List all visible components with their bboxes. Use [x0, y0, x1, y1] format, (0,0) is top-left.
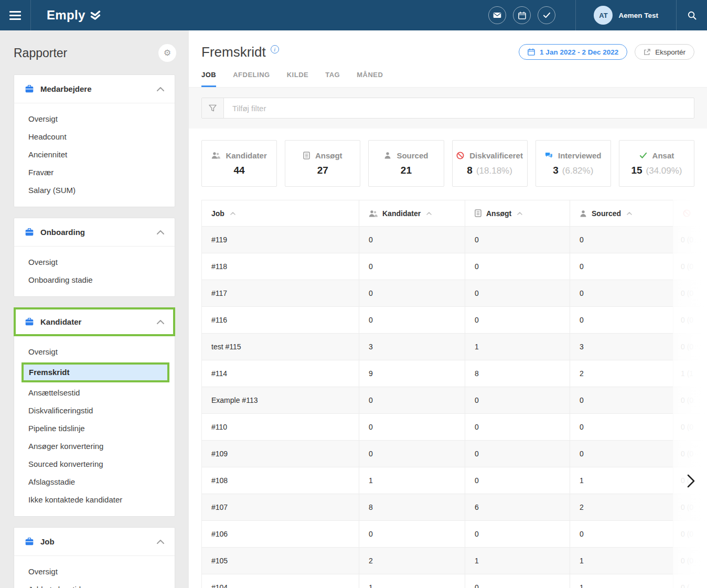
table-row-104[interactable]: #1041010 (	[202, 574, 707, 588]
sidebar-item-ansaettelsestid[interactable]: Ansættelsestid	[14, 384, 175, 402]
check-icon	[639, 152, 647, 159]
brand-name: Emply	[47, 8, 85, 23]
tab-afdeling[interactable]: AFDELING	[233, 71, 270, 87]
sidebar-item-salary-sum[interactable]: Salary (SUM)	[14, 181, 175, 199]
cell-sourced: 0	[570, 387, 673, 414]
table-header-row: JobKandidaterAnsøgtSourced	[202, 200, 707, 227]
stat-label: Kandidater	[226, 151, 266, 160]
user-menu[interactable]: AT Aemen Test	[576, 0, 676, 30]
table-row-117[interactable]: #1170000 (0	[202, 280, 707, 307]
section-label: Onboarding	[40, 228, 85, 237]
stat-percentage: (18.18%)	[476, 166, 512, 176]
section-header-onboarding[interactable]: Onboarding	[14, 218, 175, 247]
cell-ansoegt: 0	[465, 414, 570, 441]
cell-job: #118	[202, 253, 359, 280]
sidebar-item-anciennitet[interactable]: Anciennitet	[14, 146, 175, 164]
stat-card-interviewed: Interviewed3(6.82%)	[535, 140, 611, 187]
sidebar-item-oversigt[interactable]: Oversigt	[14, 110, 175, 128]
filter-input[interactable]	[224, 98, 694, 118]
sidebar-item-ikke-kontaktede-kandidater[interactable]: Ikke kontaktede kandidater	[14, 491, 175, 509]
table-row-example-113[interactable]: Example #1130000 (0	[202, 387, 707, 414]
sidebar-item-fremskridt[interactable]: Fremskridt	[22, 362, 169, 382]
tab-maaned[interactable]: MÅNED	[357, 71, 383, 87]
sidebar-item-sourced-konvertering[interactable]: Sourced konvertering	[14, 455, 175, 473]
cell-diskvalificeret-partial: 0 (0	[673, 414, 707, 441]
sidebar-item-headcount[interactable]: Headcount	[14, 128, 175, 146]
tab-job[interactable]: JOB	[201, 71, 216, 87]
column-header-ansoegt[interactable]: Ansøgt	[465, 200, 570, 227]
column-header-sourced[interactable]: Sourced	[570, 200, 673, 227]
table-row-119[interactable]: #1190000 (0	[202, 227, 707, 253]
tasks-button[interactable]	[538, 6, 555, 24]
cell-kandidater: 0	[359, 521, 465, 548]
cell-kandidater: 0	[359, 227, 465, 253]
section-header-kandidater[interactable]: Kandidater	[14, 307, 175, 336]
cell-diskvalificeret-partial: 0 (0	[673, 494, 707, 521]
gear-icon: ⚙	[164, 49, 171, 57]
section-header-job[interactable]: Job	[14, 528, 175, 556]
table-row-test-115[interactable]: test #1153130 (0	[202, 334, 707, 360]
section-header-medarbejdere[interactable]: Medarbejdere	[14, 75, 175, 103]
hamburger-icon	[9, 11, 21, 20]
table-row-118[interactable]: #1180000 (0	[202, 253, 707, 280]
cell-ansoegt: 0	[465, 574, 570, 588]
sidebar-item-oversigt[interactable]: Oversigt	[14, 343, 175, 361]
report-table: JobKandidaterAnsøgtSourced #1190000 (0#1…	[201, 200, 707, 588]
table-row-114[interactable]: #1149821 (1	[202, 360, 707, 387]
checkmark-icon	[543, 12, 551, 18]
cell-sourced: 0	[570, 227, 673, 253]
messages-button[interactable]	[488, 6, 506, 24]
stat-card-diskvalificeret: Diskvalificeret8(18.18%)	[452, 140, 528, 187]
cell-sourced: 0	[570, 307, 673, 334]
table-row-105[interactable]: #1052110 (0	[202, 548, 707, 574]
cell-job: #109	[202, 441, 359, 467]
stat-value: 44	[234, 165, 245, 176]
topbar: Emply AT Aemen Test	[0, 0, 707, 30]
sidebar-item-oversigt[interactable]: Oversigt	[14, 563, 175, 581]
main-header: Fremskridt i 1 Jan 2022 - 2 Dec 2022 Eks…	[189, 30, 707, 60]
table-row-110[interactable]: #1100000 (0	[202, 414, 707, 441]
sidebar-item-fravaer[interactable]: Fravær	[14, 164, 175, 181]
cell-kandidater: 0	[359, 441, 465, 467]
cell-job: #119	[202, 227, 359, 253]
sidebar-item-diskvalificeringstid[interactable]: Diskvalificeringstid	[14, 402, 175, 420]
sidebar-item-afslagsstadie[interactable]: Afslagsstadie	[14, 473, 175, 491]
cell-kandidater: 8	[359, 494, 465, 521]
cell-ansoegt: 8	[465, 360, 570, 387]
table-row-109[interactable]: #1090000 (0	[202, 441, 707, 467]
table-row-106[interactable]: #1060000 (0	[202, 521, 707, 548]
column-header-kandidater[interactable]: Kandidater	[359, 200, 465, 227]
cell-job: #105	[202, 548, 359, 574]
export-button[interactable]: Eksportér	[635, 44, 694, 60]
table-row-107[interactable]: #1078620 (0	[202, 494, 707, 521]
hamburger-menu-button[interactable]	[0, 0, 31, 30]
info-icon[interactable]: i	[271, 45, 279, 54]
sidebar-item-pipeline-tidslinje[interactable]: Pipeline tidslinje	[14, 420, 175, 437]
search-button[interactable]	[677, 0, 707, 30]
calendar-button[interactable]	[513, 6, 531, 24]
sidebar-item-ansoeger-konvertering[interactable]: Ansøger konvertering	[14, 437, 175, 455]
calendar-icon	[518, 12, 526, 19]
sidebar-item-oversigt[interactable]: Oversigt	[14, 253, 175, 271]
section-items: OversigtHeadcountAnciennitetFraværSalary…	[14, 103, 175, 207]
reports-settings-button[interactable]: ⚙	[158, 44, 176, 62]
date-range-button[interactable]: 1 Jan 2022 - 2 Dec 2022	[519, 44, 627, 60]
table-row-116[interactable]: #1160000 (0	[202, 307, 707, 334]
column-label: Ansøgt	[486, 209, 511, 218]
column-header-job[interactable]: Job	[202, 200, 359, 227]
stat-value: 3	[553, 165, 559, 176]
cell-job: #117	[202, 280, 359, 307]
cell-kandidater: 0	[359, 253, 465, 280]
brand-logo[interactable]: Emply	[47, 8, 101, 23]
sidebar-item-jobbets-levetid[interactable]: Jobbets levetid	[14, 581, 175, 588]
filter-icon-button[interactable]	[202, 98, 224, 118]
tab-kilde[interactable]: KILDE	[287, 71, 309, 87]
tab-tag[interactable]: TAG	[325, 71, 340, 87]
document-icon	[475, 209, 481, 217]
section-items: OversigtOnboarding stadie	[14, 247, 175, 296]
stat-card-sourced: Sourced21	[368, 140, 444, 187]
scroll-right-button[interactable]	[687, 474, 695, 488]
people-icon	[369, 210, 378, 217]
table-row-108[interactable]: #1081010 (	[202, 467, 707, 494]
sidebar-item-onboarding-stadie[interactable]: Onboarding stadie	[14, 271, 175, 289]
